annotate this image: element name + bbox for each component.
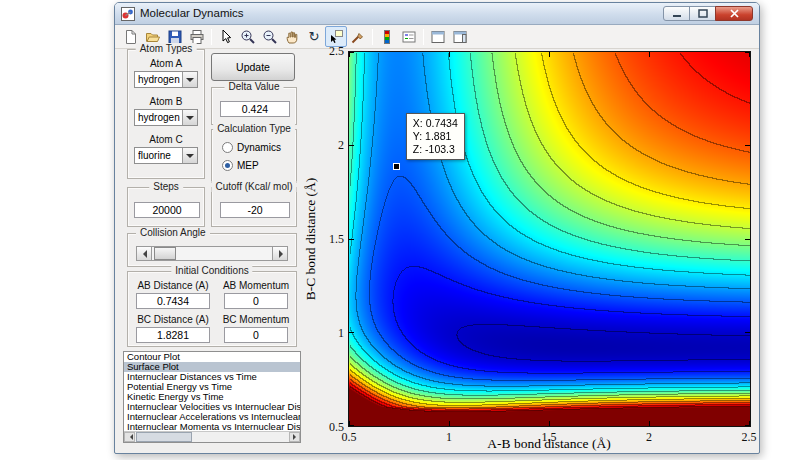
atom-a-select[interactable]: hydrogen (134, 71, 198, 88)
slider-right-arrow[interactable] (272, 247, 287, 260)
x-tick-label: 1.5 (542, 430, 557, 445)
dynamics-radio[interactable] (222, 142, 233, 153)
x-tick-label: 2.5 (742, 430, 757, 445)
ab-distance-input[interactable] (136, 293, 210, 309)
datatip-y: Y: 1.881 (413, 130, 458, 143)
calculation-type-panel: Calculation Type Dynamics MEP (211, 129, 297, 183)
hand-icon (284, 29, 300, 45)
steps-panel: Steps (127, 187, 205, 227)
list-item-selected[interactable]: Surface Plot (124, 362, 300, 372)
mep-radio[interactable] (222, 160, 233, 171)
y-tick-label: 2.5 (316, 44, 344, 59)
atom-types-panel: Atom Types Atom A hydrogen Atom B hydrog… (127, 49, 205, 179)
figure-toolbar: ↻ (115, 25, 759, 49)
atom-types-title: Atom Types (136, 43, 197, 54)
insert-colorbar-button[interactable] (376, 26, 398, 47)
y-tick-label: 1.5 (316, 232, 344, 247)
ab-momentum-input[interactable] (224, 293, 288, 309)
atom-b-value: hydrogen (138, 110, 181, 126)
calculation-type-title: Calculation Type (213, 123, 295, 134)
scroll-left-button[interactable] (124, 432, 135, 442)
initial-conditions-title: Initial Conditions (171, 265, 252, 276)
atom-b-select[interactable]: hydrogen (134, 109, 198, 126)
bc-momentum-input[interactable] (224, 327, 288, 343)
hide-plot-tools-button[interactable] (427, 26, 449, 47)
steps-title: Steps (149, 181, 183, 192)
x-tick-label: 2 (646, 430, 652, 445)
left-arrow-icon (139, 250, 147, 258)
datatip-box[interactable]: X: 0.7434 Y: 1.881 Z: -103.3 (406, 113, 465, 160)
slider-thumb[interactable] (154, 247, 176, 260)
y-tick-label: 2 (316, 138, 344, 153)
data-cursor-icon (328, 29, 344, 45)
delta-value-input[interactable] (220, 101, 290, 117)
scrollbar-thumb[interactable] (136, 432, 192, 442)
dynamics-radio-label: Dynamics (237, 142, 281, 153)
slider-left-arrow[interactable] (137, 247, 152, 260)
chevron-down-icon[interactable] (182, 110, 197, 125)
scroll-right-button[interactable] (289, 432, 300, 442)
brush-icon (350, 29, 366, 45)
chevron-down-icon[interactable] (182, 72, 197, 87)
delta-value-title: Delta Value (225, 81, 284, 92)
pan-button[interactable] (281, 26, 303, 47)
zoom-out-icon (262, 29, 278, 45)
list-item[interactable]: Kinetic Energy vs Time (124, 392, 300, 402)
edit-plot-button[interactable] (215, 26, 237, 47)
y-tick-label: 1 (316, 326, 344, 341)
legend-icon (401, 29, 417, 45)
update-button[interactable]: Update (211, 53, 295, 81)
mep-radio-label: MEP (237, 160, 259, 171)
atom-b-label: Atom B (128, 96, 204, 107)
bc-distance-input[interactable] (136, 327, 210, 343)
atom-c-label: Atom C (128, 134, 204, 145)
y-tick-label: 0.5 (316, 420, 344, 435)
minimize-button[interactable] (663, 6, 690, 21)
chevron-down-icon[interactable] (182, 148, 197, 163)
datatip-x: X: 0.7434 (413, 117, 458, 130)
window-icon (121, 7, 135, 21)
rotate-icon: ↻ (309, 30, 320, 43)
atom-c-value: fluorine (138, 148, 181, 164)
atom-a-label: Atom A (128, 58, 204, 69)
colorbar-icon (379, 29, 395, 45)
maximize-button[interactable] (689, 6, 716, 21)
collision-angle-title: Collision Angle (136, 227, 210, 238)
steps-input[interactable] (134, 202, 200, 218)
cutoff-input[interactable] (220, 202, 290, 218)
list-item[interactable]: Contour Plot (124, 352, 300, 362)
bc-distance-label: BC Distance (A) (134, 314, 212, 325)
pes-canvas[interactable] (349, 52, 750, 426)
plot-tools-off-icon (430, 29, 446, 45)
horizontal-scrollbar[interactable] (124, 431, 300, 442)
plot-type-listbox[interactable]: Contour Plot Surface Plot Internuclear D… (123, 351, 301, 443)
list-item[interactable]: Internuclear Velocities vs Internuclear … (124, 402, 300, 412)
list-item[interactable]: Internuclear Accelerations vs Internucle… (124, 412, 300, 422)
zoom-out-button[interactable] (259, 26, 281, 47)
toolbar-separator (423, 29, 424, 45)
cursor-arrow-icon (218, 29, 234, 45)
datatip-marker[interactable] (393, 163, 400, 170)
cutoff-panel: Cutoff (Kcal/ mol) (211, 187, 297, 227)
zoom-in-button[interactable] (237, 26, 259, 47)
minimize-icon (672, 9, 682, 18)
ab-momentum-label: AB Momentum (220, 280, 292, 291)
collision-angle-slider[interactable] (136, 246, 288, 261)
show-plot-tools-button[interactable] (449, 26, 471, 47)
atom-c-select[interactable]: fluorine (134, 147, 198, 164)
title-bar[interactable]: Molecular Dynamics (115, 3, 759, 25)
left-arrow-icon (127, 434, 133, 440)
initial-conditions-panel: Initial Conditions AB Distance (A) AB Mo… (127, 271, 297, 347)
brush-data-button[interactable] (347, 26, 369, 47)
close-button[interactable] (715, 6, 753, 21)
list-item[interactable]: Internuclear Distances vs Time (124, 372, 300, 382)
close-icon (730, 9, 739, 18)
datatip-z: Z: -103.3 (413, 143, 458, 156)
insert-legend-button[interactable] (398, 26, 420, 47)
list-item[interactable]: Potential Energy vs Time (124, 382, 300, 392)
toolbar-separator (372, 29, 373, 45)
x-tick-label: 0.5 (342, 430, 357, 445)
plot-axes[interactable]: X: 0.7434 Y: 1.881 Z: -103.3 (348, 51, 751, 427)
delta-value-panel: Delta Value (211, 87, 297, 125)
cutoff-title: Cutoff (Kcal/ mol) (211, 181, 296, 192)
